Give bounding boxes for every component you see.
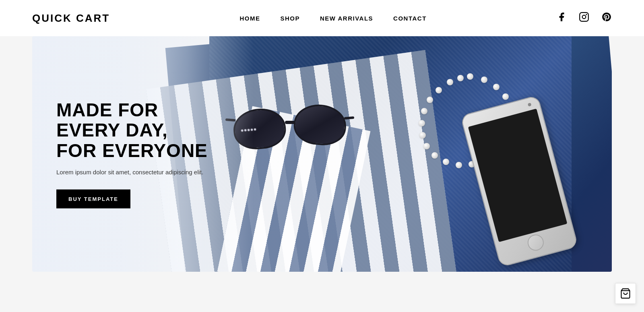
header: Quick Cart Home Shop New Arrivals Contac… <box>0 0 644 36</box>
logo[interactable]: Quick Cart <box>32 12 110 25</box>
instagram-icon <box>579 12 589 22</box>
glasses-bridge <box>285 121 295 124</box>
cart-button[interactable] <box>615 283 636 304</box>
glasses-arm-right <box>344 116 354 120</box>
svg-point-1 <box>582 15 586 19</box>
hero-content: Made for every day, for everyone Lorem i… <box>56 99 225 209</box>
facebook-icon <box>556 12 567 22</box>
svg-rect-0 <box>580 12 588 21</box>
phone-camera <box>528 103 532 107</box>
lens-right <box>292 103 348 147</box>
nav-shop[interactable]: Shop <box>280 15 300 22</box>
hero-subtitle: Lorem ipsum dolor sit amet, consectetur … <box>56 169 225 176</box>
nav-contact[interactable]: Contact <box>393 15 427 22</box>
hero-title: Made for every day, for everyone <box>56 99 225 161</box>
social-icons <box>556 12 612 25</box>
cart-icon <box>620 288 631 299</box>
phone-home-button <box>526 233 545 252</box>
nav-home[interactable]: Home <box>239 15 260 22</box>
nav-new-arrivals[interactable]: New Arrivals <box>320 15 373 22</box>
pinterest-icon <box>601 12 612 22</box>
instagram-link[interactable] <box>579 12 589 25</box>
main-nav: Home Shop New Arrivals Contact <box>239 15 426 22</box>
hero-section: Made for every day, for everyone Lorem i… <box>32 36 612 272</box>
buy-template-button[interactable]: Buy Template <box>56 190 130 209</box>
facebook-link[interactable] <box>556 12 567 25</box>
svg-point-2 <box>586 14 587 15</box>
pinterest-link[interactable] <box>601 12 612 25</box>
